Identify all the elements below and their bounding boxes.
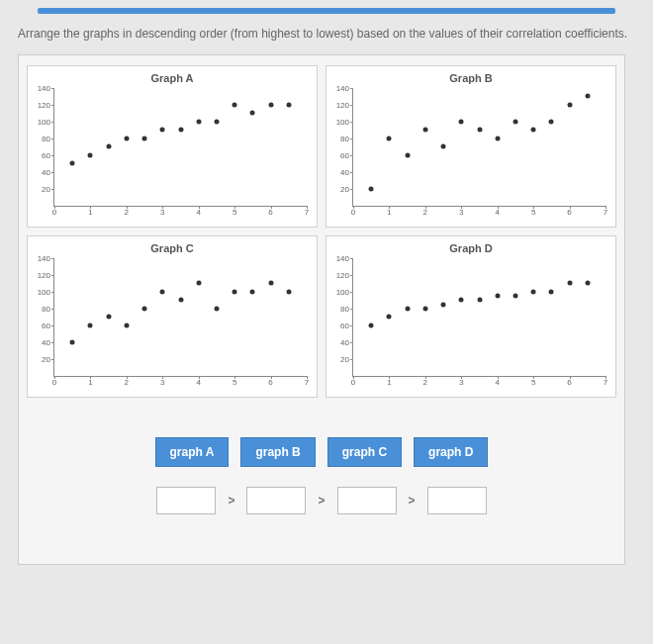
chart-d-title: Graph D [330, 242, 611, 254]
data-point [531, 128, 536, 133]
x-tick-label: 1 [88, 378, 92, 387]
y-tick-label: 40 [42, 167, 50, 176]
x-tick-label: 4 [495, 378, 499, 387]
gt-2: > [318, 494, 325, 507]
data-point [369, 322, 374, 327]
data-point [585, 281, 590, 286]
data-point [178, 128, 183, 133]
gt-1: > [228, 494, 234, 507]
x-tick-label: 0 [351, 208, 355, 217]
data-point [286, 289, 291, 294]
y-tick-label: 120 [38, 100, 50, 109]
x-tick-label: 7 [604, 378, 607, 387]
slot-1[interactable] [156, 487, 216, 514]
x-tick-label: 2 [423, 378, 427, 387]
data-point [369, 186, 374, 191]
y-tick-label: 80 [340, 304, 349, 313]
x-tick-label: 5 [233, 208, 236, 217]
data-point [124, 322, 129, 327]
data-point [387, 315, 392, 320]
chart-c: Graph C 1401201008060402001234567 [27, 235, 318, 398]
data-point [250, 289, 255, 294]
y-tick-label: 60 [42, 150, 50, 159]
x-tick-label: 2 [125, 208, 129, 217]
y-tick-label: 80 [42, 304, 50, 313]
y-tick-label: 100 [38, 117, 50, 126]
data-point [441, 302, 446, 307]
chart-b: Graph B 1401201008060402001234567 [326, 65, 616, 228]
y-tick-label: 40 [340, 337, 349, 346]
chart-d-plot: 1401201008060402001234567 [352, 258, 606, 377]
tile-graph-a[interactable]: graph A [155, 437, 230, 467]
x-tick-label: 5 [233, 378, 236, 387]
data-point [422, 128, 427, 133]
data-point [495, 136, 500, 140]
y-tick-label: 100 [336, 287, 349, 296]
data-point [422, 306, 427, 311]
chart-d: Graph D 1401201008060402001234567 [326, 235, 616, 398]
data-point [196, 119, 201, 124]
chart-a-plot: 1401201008060402001234567 [53, 88, 307, 207]
slot-4[interactable] [427, 487, 487, 514]
x-tick-label: 3 [160, 378, 164, 387]
data-point [106, 315, 111, 320]
y-tick-label: 40 [42, 337, 50, 346]
data-point [214, 119, 219, 124]
x-tick-label: 6 [567, 378, 571, 387]
data-point [214, 306, 219, 311]
y-tick-label: 140 [38, 253, 50, 262]
tiles-row: graph A graph B graph C graph D [27, 437, 616, 467]
x-tick-label: 5 [531, 208, 535, 217]
y-tick-label: 140 [336, 83, 349, 92]
tile-graph-b[interactable]: graph B [240, 437, 315, 467]
y-tick-label: 60 [340, 321, 349, 329]
data-point [160, 128, 165, 133]
data-point [233, 289, 237, 294]
chart-a: Graph A 1401201008060402001234567 [27, 65, 318, 228]
y-tick-label: 20 [42, 184, 50, 193]
data-point [268, 281, 273, 286]
data-point [459, 119, 464, 124]
x-tick-label: 2 [125, 378, 129, 387]
data-point [549, 119, 554, 124]
x-tick-label: 3 [459, 208, 463, 217]
x-tick-label: 3 [160, 208, 164, 217]
y-tick-label: 140 [336, 253, 349, 262]
data-point [513, 294, 517, 299]
data-point [178, 298, 183, 303]
chart-c-title: Graph C [32, 242, 313, 254]
y-tick-label: 20 [340, 354, 349, 363]
data-point [405, 306, 410, 311]
y-tick-label: 100 [336, 117, 349, 126]
data-point [286, 102, 291, 107]
data-point [70, 339, 75, 344]
data-point [459, 298, 464, 303]
slot-2[interactable] [246, 487, 306, 514]
y-tick-label: 40 [340, 167, 349, 176]
y-tick-label: 80 [340, 134, 349, 142]
data-point [495, 294, 500, 299]
data-point [70, 161, 75, 166]
y-tick-label: 80 [42, 134, 50, 142]
slot-3[interactable] [337, 487, 397, 514]
data-point [567, 281, 572, 286]
x-tick-label: 7 [305, 378, 309, 387]
slots-row: > > > [27, 487, 616, 514]
x-tick-label: 6 [268, 378, 272, 387]
tile-graph-c[interactable]: graph C [327, 437, 402, 467]
data-point [441, 144, 446, 149]
y-tick-label: 120 [38, 270, 50, 279]
x-tick-label: 1 [387, 378, 391, 387]
data-point [88, 322, 93, 327]
x-tick-label: 7 [305, 208, 309, 217]
x-tick-label: 1 [88, 208, 92, 217]
data-point [531, 289, 536, 294]
chart-c-plot: 1401201008060402001234567 [53, 258, 307, 377]
data-point [477, 128, 482, 133]
x-tick-label: 0 [52, 208, 56, 217]
x-tick-label: 1 [387, 208, 391, 217]
data-point [196, 281, 201, 286]
content-panel: Graph A 1401201008060402001234567 Graph … [18, 54, 625, 565]
tile-graph-d[interactable]: graph D [414, 437, 488, 467]
data-point [513, 119, 517, 124]
